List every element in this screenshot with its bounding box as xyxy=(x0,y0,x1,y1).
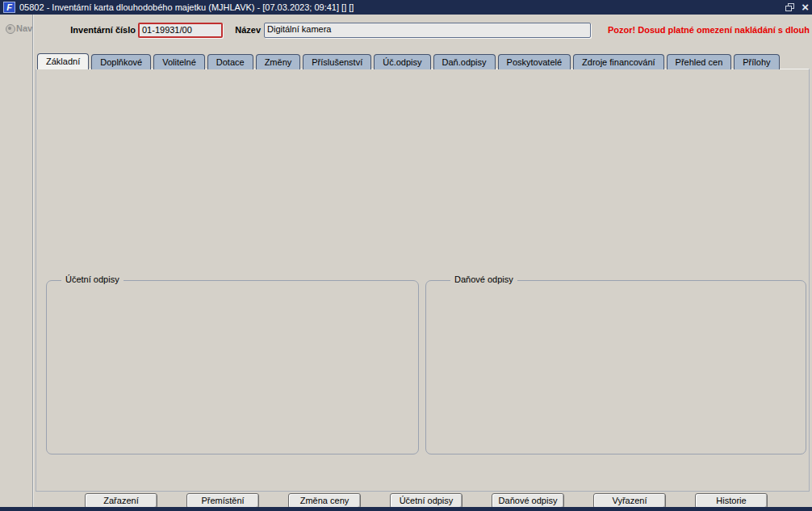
app-window: { "window": { "title": "05802 - Inventár… xyxy=(0,0,812,511)
accounting-depreciation-group xyxy=(46,280,419,454)
tab-prehled-cen[interactable]: Přehled cen xyxy=(667,54,732,69)
sidebar-divider xyxy=(32,15,33,507)
tab-zakladni[interactable]: Základní xyxy=(37,53,89,69)
tax-depreciation-group xyxy=(425,280,806,454)
nav-label[interactable]: Nav xyxy=(16,23,32,33)
inventory-number-label: Inventární číslo xyxy=(47,25,136,36)
nav-radio-icon[interactable] xyxy=(6,24,15,34)
window-title: 05802 - Inventární karta dlouhodobého ma… xyxy=(19,2,781,12)
tab-zdroje-financovani[interactable]: Zdroje financování xyxy=(573,54,664,69)
app-logo-icon: F xyxy=(3,2,15,13)
tab-zmeny[interactable]: Změny xyxy=(256,54,301,69)
tab-doplnkove[interactable]: Doplňkové xyxy=(91,54,151,69)
asset-name-label: Název xyxy=(227,25,261,36)
accounting-depreciation-title: Účetní odpisy xyxy=(61,274,123,284)
asset-name-field[interactable]: Digitální kamera xyxy=(264,23,591,38)
window-bottom-edge xyxy=(0,507,812,511)
restriction-warning: Pozor! Dosud platné omezení nakládání s … xyxy=(608,25,811,35)
tab-dan-odpisy[interactable]: Daň.odpisy xyxy=(433,54,496,69)
tax-depreciation-title: Daňové odpisy xyxy=(450,274,517,284)
tab-dotace[interactable]: Dotace xyxy=(207,54,253,69)
restore-icon[interactable] xyxy=(785,3,794,11)
tab-poskytovatele[interactable]: Poskytovatelé xyxy=(498,54,571,69)
tab-prilohy[interactable]: Přílohy xyxy=(734,54,779,69)
tab-uc-odpisy[interactable]: Úč.odpisy xyxy=(374,54,430,69)
tab-bar: Základní Doplňkové Volitelné Dotace Změn… xyxy=(37,51,782,69)
tab-prislusenstvi[interactable]: Příslušenství xyxy=(303,54,371,69)
inventory-number-field[interactable]: 01-19931/00 xyxy=(138,23,223,38)
tab-volitelne[interactable]: Volitelné xyxy=(153,54,205,69)
close-icon[interactable]: × xyxy=(802,2,809,13)
titlebar: F 05802 - Inventární karta dlouhodobého … xyxy=(0,0,812,15)
